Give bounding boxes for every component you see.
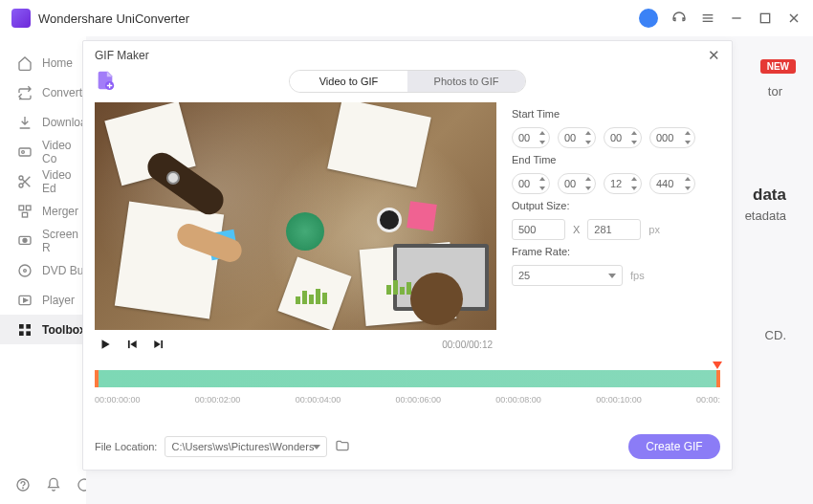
sidebar-item-merger[interactable]: Merger [0, 196, 86, 226]
scissors-icon [17, 174, 33, 189]
svg-rect-24 [19, 331, 24, 336]
bg-metadata: data etadata CD. [745, 186, 786, 342]
file-location-label: File Location: [95, 441, 157, 452]
close-icon[interactable]: ✕ [708, 47, 720, 64]
svg-rect-4 [760, 13, 769, 22]
framerate-label: Frame Rate: [512, 246, 720, 257]
svg-point-9 [19, 176, 23, 180]
end-ms-input[interactable]: 440 [649, 173, 695, 194]
download-icon [17, 115, 33, 130]
svg-rect-14 [26, 206, 31, 210]
output-width-input[interactable]: 500 [512, 219, 565, 240]
compress-icon [17, 144, 33, 160]
svg-marker-21 [24, 298, 28, 302]
disc-icon [17, 263, 33, 278]
home-icon [17, 55, 33, 71]
player-controls: 00:00/00:12 [95, 330, 496, 359]
minimize-button[interactable] [729, 11, 744, 26]
preview-panel: 00:00/00:12 [95, 102, 496, 359]
gif-maker-modal: GIF Maker ✕ Video to GIF Photos to GIF [82, 40, 733, 471]
sidebar-item-label: Toolbox [42, 323, 86, 337]
svg-rect-13 [19, 206, 24, 210]
video-preview[interactable] [95, 102, 496, 330]
tab-video-to-gif[interactable]: Video to GIF [290, 71, 407, 92]
svg-point-27 [23, 488, 24, 489]
sidebar-item-converter[interactable]: Converte [0, 77, 86, 107]
settings-panel: Start Time 00 00 00 000 End Time 00 00 1… [512, 102, 720, 359]
svg-point-18 [19, 265, 31, 276]
sidebar-item-screenrecorder[interactable]: Screen R [0, 226, 86, 255]
sidebar-item-dvdburner[interactable]: DVD Bu [0, 255, 86, 285]
svg-marker-29 [102, 340, 110, 348]
maximize-button[interactable] [758, 11, 773, 26]
sidebar-item-label: Merger [42, 205, 78, 218]
sidebar-item-player[interactable]: Player [0, 285, 86, 315]
mode-tabs: Video to GIF Photos to GIF [289, 70, 526, 93]
svg-rect-15 [22, 212, 27, 217]
sidebar-item-videocompress[interactable]: Video Co [0, 137, 86, 166]
svg-rect-30 [128, 340, 130, 348]
svg-rect-33 [161, 340, 163, 348]
sidebar-item-label: Player [42, 294, 75, 307]
app-title: Wondershare UniConverter [38, 11, 189, 26]
grid-icon [17, 322, 33, 338]
start-hours-input[interactable]: 00 [512, 127, 550, 148]
sidebar-item-toolbox[interactable]: Toolbox [0, 315, 86, 344]
framerate-select[interactable]: 25 [512, 265, 623, 286]
svg-marker-32 [154, 340, 160, 348]
play-icon [17, 293, 33, 308]
file-location-input[interactable]: C:\Users\ws\Pictures\Wonders [165, 436, 327, 457]
bell-icon[interactable] [46, 477, 61, 496]
merge-icon [17, 204, 33, 219]
new-badge: NEW [760, 59, 796, 74]
titlebar: Wondershare UniConverter [0, 0, 813, 36]
tab-photos-to-gif[interactable]: Photos to GIF [407, 71, 525, 92]
bg-text: tor [768, 84, 782, 99]
sidebar-item-downloader[interactable]: Downloa [0, 107, 86, 137]
svg-point-19 [24, 269, 27, 272]
convert-icon [17, 85, 33, 100]
output-height-input[interactable]: 281 [587, 219, 641, 240]
add-file-button[interactable] [95, 70, 116, 91]
next-frame-button[interactable] [152, 338, 165, 351]
svg-rect-25 [26, 331, 31, 336]
size-unit: px [648, 224, 660, 235]
svg-point-8 [22, 150, 25, 153]
footer-icons [15, 477, 92, 496]
end-seconds-input[interactable]: 12 [604, 173, 642, 194]
sidebar-item-label: DVD Bu [42, 264, 83, 277]
record-icon [17, 233, 33, 249]
menu-icon[interactable] [700, 11, 715, 26]
end-minutes-input[interactable]: 00 [558, 173, 596, 194]
sidebar-item-videoeditor[interactable]: Video Ed [0, 166, 86, 196]
sidebar-item-label: Video Ed [42, 168, 86, 195]
start-minutes-input[interactable]: 00 [558, 127, 596, 148]
headset-icon[interactable] [671, 11, 687, 26]
output-size-label: Output Size: [512, 200, 720, 211]
svg-marker-31 [130, 340, 136, 348]
timeline-playhead[interactable] [713, 362, 722, 369]
user-avatar[interactable] [639, 9, 658, 28]
svg-rect-22 [19, 324, 24, 329]
start-seconds-input[interactable]: 00 [604, 127, 642, 148]
svg-rect-23 [26, 324, 31, 329]
svg-point-10 [19, 184, 23, 187]
sidebar-item-label: Downloa [42, 116, 87, 129]
start-ms-input[interactable]: 000 [649, 127, 695, 148]
sidebar-item-label: Screen R [42, 228, 86, 254]
app-logo [11, 9, 31, 28]
start-time-label: Start Time [512, 108, 720, 120]
timeline-ticks: 00:00:00:00 00:00:02:00 00:00:04:00 00:0… [95, 395, 720, 405]
sidebar-item-label: Home [42, 56, 73, 70]
close-button[interactable] [786, 11, 802, 26]
modal-header: GIF Maker ✕ [83, 41, 732, 70]
timeline-track[interactable] [95, 370, 720, 387]
end-hours-input[interactable]: 00 [512, 173, 550, 194]
open-folder-button[interactable] [335, 438, 350, 455]
help-icon[interactable] [15, 477, 31, 496]
prev-frame-button[interactable] [125, 338, 139, 351]
sidebar-item-home[interactable]: Home [0, 48, 86, 77]
create-gif-button[interactable]: Create GIF [628, 434, 720, 459]
play-button[interactable] [99, 338, 112, 351]
svg-point-17 [23, 238, 27, 242]
